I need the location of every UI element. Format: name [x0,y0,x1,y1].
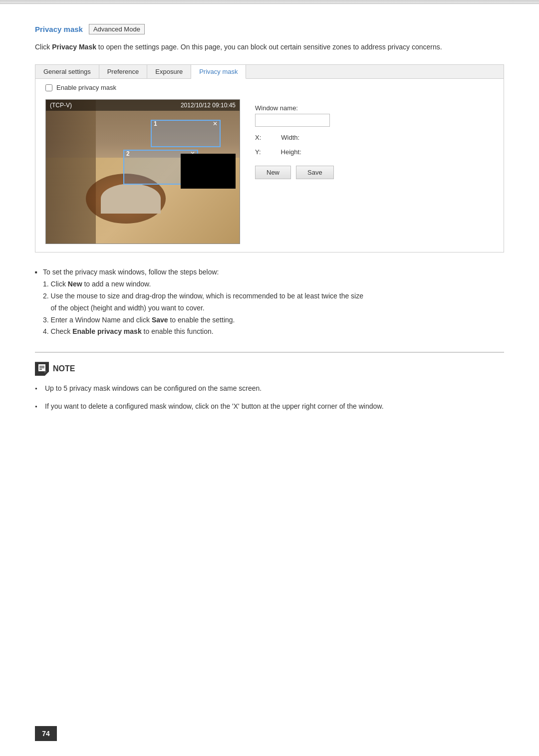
note-item-2: If you want to delete a configured mask … [35,401,504,413]
intro-bold-privacy-mask: Privacy Mask [52,43,96,51]
height-label: Height: [281,148,301,156]
mask-window-1[interactable]: 1 ✕ [151,120,221,147]
step-2: 2. Use the mouse to size and drag-drop t… [35,290,504,314]
step-4: 4. Check Enable privacy mask to enable t… [35,326,504,338]
step-1-prefix: 1. Click [43,280,68,288]
height-coord: Height: [281,148,301,156]
new-button[interactable]: New [255,166,291,179]
step-3-suffix: to enable the setting. [168,316,235,324]
page-header: Privacy mask Advanced Mode [35,24,504,34]
y-coord: Y: [255,148,261,156]
steps-section: To set the privacy mask windows, follow … [35,266,504,338]
coords-row-2: Y: Height: [255,148,489,156]
y-label: Y: [255,148,261,156]
enable-privacy-mask-label: Enable privacy mask [56,84,116,91]
tab-exposure[interactable]: Exposure [147,65,191,78]
content: Privacy mask Advanced Mode Click Privacy… [0,4,539,449]
intro-text-prefix: Click [35,43,52,51]
page-number-box: 74 [35,726,57,741]
tab-preference[interactable]: Preference [99,65,148,78]
note-item-1: Up to 5 privacy mask windows can be conf… [35,383,504,395]
step-3-bold: Save [152,316,168,324]
privacy-mask-title: Privacy mask [35,25,83,33]
steps-list: To set the privacy mask windows, follow … [35,266,504,338]
advanced-mode-badge: Advanced Mode [89,24,145,34]
camera-tcp-label: (TCP-V) [50,102,72,109]
tabs-row: General settings Preference Exposure Pri… [35,65,504,79]
buttons-row: New Save [255,166,489,179]
panel-content: (TCP-V) 2012/10/12 09:10:45 1 ✕ 2 ✕ [35,91,504,252]
page-wrapper: Privacy mask Advanced Mode Click Privacy… [0,0,539,756]
mask-black-area [181,154,236,189]
enable-privacy-mask-checkbox[interactable] [45,84,52,91]
mask-window-1-label: 1 [154,120,157,127]
step-1-bold: New [68,280,82,288]
tab-general-settings[interactable]: General settings [35,65,99,78]
mask-window-2-label: 2 [126,150,130,157]
note-icon [35,362,49,376]
camera-header-bar: (TCP-V) 2012/10/12 09:10:45 [46,100,240,111]
enable-row: Enable privacy mask [35,79,504,91]
camera-container: (TCP-V) 2012/10/12 09:10:45 1 ✕ 2 ✕ [45,99,240,244]
room-sofa [101,184,161,214]
top-bar [0,0,539,4]
x-coord: X: [255,134,261,141]
step-4-prefix: 4. Check [43,327,72,335]
camera-view: (TCP-V) 2012/10/12 09:10:45 1 ✕ 2 ✕ [45,99,240,244]
room-left-wall [46,100,96,244]
camera-datetime: 2012/10/12 09:10:45 [181,102,236,109]
step-1-suffix: to add a new window. [82,280,151,288]
width-label: Width: [281,134,299,141]
x-label: X: [255,134,261,141]
window-name-label: Window name: [255,104,489,112]
page-number: 74 [42,730,50,738]
tab-privacy-mask[interactable]: Privacy mask [191,65,246,79]
save-button[interactable]: Save [296,166,334,179]
step-3-prefix: 3. Enter a Window Name and click [43,316,152,324]
width-coord: Width: [281,134,299,141]
intro-text: Click Privacy Mask to open the settings … [35,41,504,52]
window-name-input[interactable] [255,114,330,127]
step-4-suffix: to enable this function. [142,327,214,335]
step-4-bold: Enable privacy mask [72,327,142,335]
note-items: Up to 5 privacy mask windows can be conf… [35,383,504,413]
intro-text-suffix: to open the settings page. On this page,… [96,43,442,51]
coords-row: X: Width: [255,134,489,141]
step-3: 3. Enter a Window Name and click Save to… [35,314,504,326]
note-header: NOTE [35,362,504,376]
window-name-group: Window name: [255,104,489,127]
step-2-text: 2. Use the mouse to size and drag-drop t… [43,292,363,312]
step-intro: To set the privacy mask windows, follow … [35,266,504,278]
step-1: 1. Click New to add a new window. [35,278,504,290]
settings-box: General settings Preference Exposure Pri… [35,64,504,252]
step-intro-text: To set the privacy mask windows, follow … [43,268,219,276]
note-title: NOTE [53,364,75,373]
mask-window-1-close[interactable]: ✕ [213,120,218,127]
note-section: NOTE Up to 5 privacy mask windows can be… [35,352,504,413]
right-panel: Window name: X: Width: Y: [250,99,494,244]
